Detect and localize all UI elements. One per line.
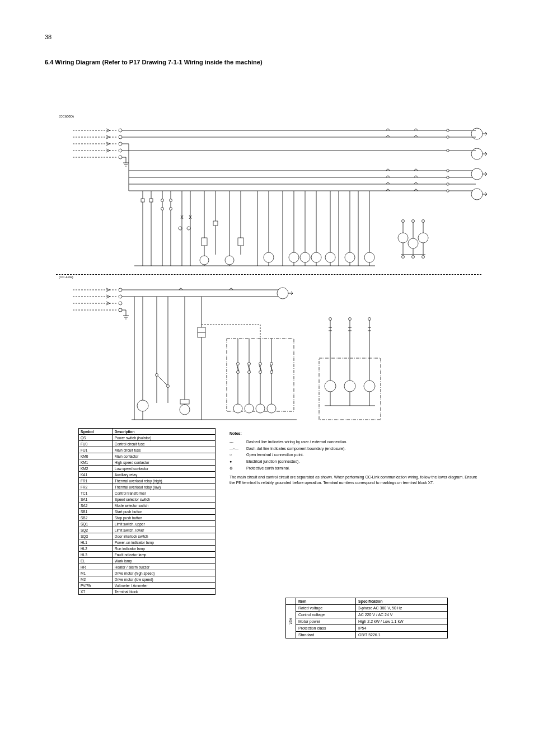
- svg-point-72: [345, 252, 355, 262]
- svg-point-61: [170, 199, 172, 202]
- note-text: Dash-dot line indicates component bounda…: [246, 446, 345, 452]
- legend-desc: Control transformer: [113, 490, 215, 496]
- svg-point-70: [311, 252, 321, 262]
- ref-header-item: Item: [296, 598, 356, 605]
- legend-symbol: QS: [79, 435, 113, 441]
- legend-desc: Control circuit fuse: [113, 441, 215, 447]
- svg-point-114: [156, 374, 158, 377]
- svg-point-10: [119, 142, 122, 145]
- legend-table: Symbol Description QSPower switch (isola…: [78, 428, 216, 595]
- svg-point-9: [119, 135, 122, 139]
- legend-desc: Thermal overload relay (high): [113, 478, 215, 484]
- svg-point-30: [447, 149, 449, 152]
- legend-symbol: SB1: [79, 509, 113, 515]
- legend-desc: Fault indicator lamp: [113, 552, 215, 558]
- legend-row: PV/PAVoltmeter / Ammeter: [79, 583, 216, 589]
- svg-point-96: [119, 295, 122, 298]
- ref-row: Control voltageAC 220 V / AC 24 V: [286, 612, 448, 618]
- legend-desc: Terminal block: [113, 589, 215, 595]
- legend-symbol: EL: [79, 558, 113, 564]
- legend-symbol: FU1: [79, 447, 113, 453]
- legend-desc: Thermal overload relay (low): [113, 484, 215, 490]
- legend-symbol: HL2: [79, 546, 113, 552]
- legend-symbol: FU0: [79, 441, 113, 447]
- ref-spec: AC 220 V / AC 24 V: [356, 612, 448, 618]
- svg-point-142: [329, 318, 332, 321]
- ref-header-spec: Specification: [356, 598, 448, 605]
- note-symbol: —·—: [229, 446, 246, 452]
- legend-desc: Run indicator lamp: [113, 546, 215, 552]
- svg-point-29: [447, 136, 449, 138]
- note-text: Open terminal / connection point.: [246, 452, 304, 458]
- svg-point-133: [270, 363, 273, 365]
- note-symbol: ⊕: [229, 466, 246, 471]
- svg-point-146: [344, 381, 355, 392]
- svg-point-74: [398, 233, 408, 243]
- legend-desc: Door interlock switch: [113, 533, 215, 539]
- notes-paragraph: The main circuit and control circuit are…: [229, 475, 481, 486]
- legend-desc: Power switch (isolator): [113, 435, 215, 441]
- legend-row: XTTerminal block: [79, 589, 216, 595]
- note-text: Electrical junction (connected).: [246, 459, 299, 464]
- legend-symbol: KM1: [79, 459, 113, 466]
- legend-desc: High-speed contactor: [113, 459, 215, 466]
- note-symbol: ---: [229, 439, 246, 445]
- svg-point-89: [422, 256, 425, 259]
- legend-desc: Heater / alarm buzzer: [113, 564, 215, 570]
- svg-point-31: [447, 170, 449, 172]
- legend-desc: Work lamp: [113, 558, 215, 564]
- svg-point-143: [349, 318, 352, 321]
- svg-point-127: [237, 363, 240, 365]
- svg-point-129: [248, 363, 251, 365]
- svg-rect-63: [202, 238, 207, 246]
- note-symbol: ●: [229, 459, 246, 464]
- svg-point-88: [412, 256, 415, 259]
- svg-point-60: [161, 208, 164, 210]
- svg-rect-58: [149, 199, 153, 202]
- svg-point-136: [245, 404, 254, 413]
- svg-point-144: [368, 318, 371, 321]
- svg-point-138: [267, 404, 276, 413]
- section-title: 6.4 Wiring Diagram (Refer to P17 Drawing…: [45, 59, 263, 65]
- svg-point-34: [447, 190, 449, 192]
- legend-desc: Main contactor: [113, 453, 215, 459]
- legend-row: SA1Speed selector switch: [79, 496, 216, 503]
- legend-symbol: SA2: [79, 503, 113, 509]
- svg-point-104: [277, 288, 288, 299]
- label-cclink: (CC-Link): [59, 275, 73, 279]
- legend-symbol: PV/PA: [79, 583, 113, 589]
- svg-point-68: [289, 252, 299, 262]
- legend-row: KM2Low-speed contactor: [79, 466, 216, 472]
- svg-point-65: [225, 256, 234, 265]
- legend-row: SB2Stop push button: [79, 515, 216, 521]
- svg-point-132: [259, 371, 262, 374]
- svg-point-11: [119, 149, 122, 152]
- legend-row: M1Drive motor (high speed): [79, 570, 216, 576]
- svg-point-82: [422, 220, 425, 223]
- legend-symbol: M2: [79, 576, 113, 583]
- svg-point-130: [248, 371, 251, 374]
- svg-point-95: [119, 288, 122, 292]
- svg-point-27: [471, 189, 483, 200]
- diagram-separator: [56, 274, 481, 275]
- svg-point-59: [161, 199, 164, 202]
- svg-point-32: [447, 176, 449, 179]
- svg-point-62: [170, 208, 172, 210]
- ref-item: Standard: [296, 632, 356, 638]
- svg-point-145: [325, 381, 336, 392]
- svg-point-147: [364, 381, 375, 392]
- legend-row: FR2Thermal overload relay (low): [79, 484, 216, 490]
- legend-desc: Mode selector switch: [113, 503, 215, 509]
- svg-point-76: [418, 233, 428, 243]
- label-cc600d: (CC600D): [59, 115, 74, 118]
- wiring-diagram-lower: (CC-Link): [73, 285, 386, 425]
- legend-row: HRHeater / alarm buzzer: [79, 564, 216, 570]
- legend-row: KM1High-speed contactor: [79, 459, 216, 466]
- svg-point-97: [119, 302, 122, 305]
- svg-point-99: [119, 308, 122, 312]
- legend-row: QSPower switch (isolator): [79, 435, 216, 441]
- legend-desc: Main circuit fuse: [113, 447, 215, 453]
- legend-row: ELWork lamp: [79, 558, 216, 564]
- svg-point-26: [471, 168, 483, 180]
- legend-row: M2Drive motor (low speed): [79, 576, 216, 583]
